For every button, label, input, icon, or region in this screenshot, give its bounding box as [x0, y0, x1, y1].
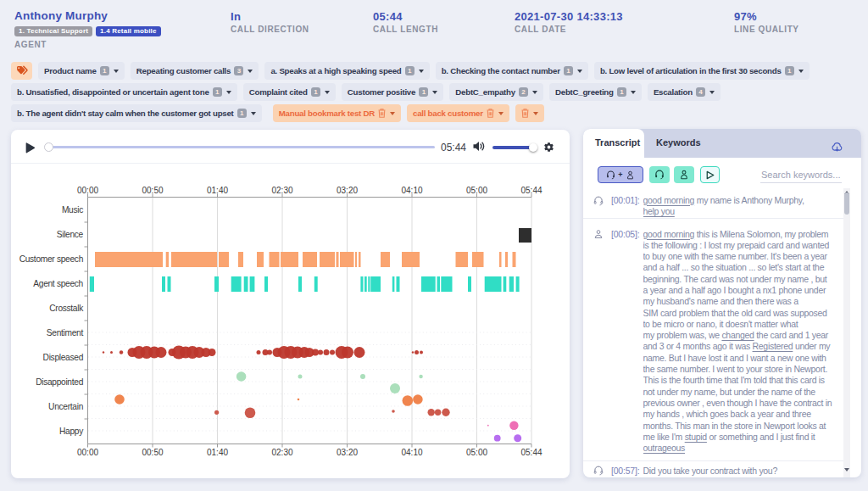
svg-text:02:30: 02:30	[271, 186, 292, 195]
svg-text:01:40: 01:40	[207, 448, 228, 457]
svg-text:05:44: 05:44	[520, 448, 542, 457]
svg-text:04:10: 04:10	[401, 448, 422, 457]
svg-text:Uncertain: Uncertain	[48, 402, 83, 411]
svg-text:Sentiment: Sentiment	[47, 328, 84, 338]
svg-text:05:00: 05:00	[466, 186, 487, 195]
svg-text:Silence: Silence	[57, 230, 84, 239]
svg-text:Music: Music	[62, 205, 83, 215]
svg-text:02:30: 02:30	[271, 448, 292, 457]
svg-text:Displeased: Displeased	[43, 353, 84, 362]
svg-text:Crosstalk: Crosstalk	[49, 304, 84, 313]
svg-text:01:40: 01:40	[207, 186, 228, 195]
svg-text:03:20: 03:20	[337, 186, 358, 195]
svg-text:00:50: 00:50	[142, 186, 163, 195]
svg-text:03:20: 03:20	[337, 448, 358, 457]
svg-text:05:00: 05:00	[466, 448, 487, 457]
svg-text:Disappointed: Disappointed	[36, 377, 84, 387]
svg-text:Agent speech: Agent speech	[33, 279, 83, 288]
svg-text:Happy: Happy	[59, 427, 84, 436]
svg-text:00:00: 00:00	[77, 186, 98, 195]
svg-text:00:50: 00:50	[142, 448, 163, 457]
svg-text:00:00: 00:00	[77, 448, 98, 457]
svg-text:05:44: 05:44	[520, 186, 542, 195]
svg-text:Customer speech: Customer speech	[19, 254, 83, 264]
svg-text:04:10: 04:10	[401, 186, 422, 195]
